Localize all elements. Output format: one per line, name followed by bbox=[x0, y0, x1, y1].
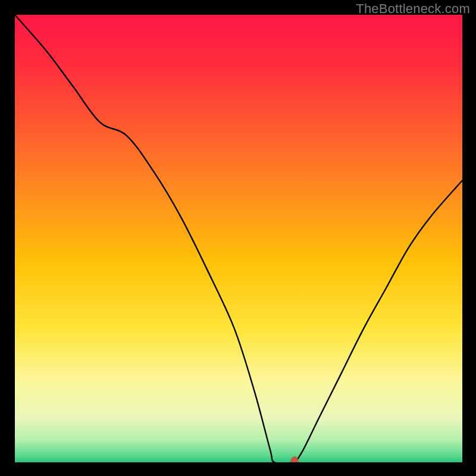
chart-frame: TheBottleneck.com bbox=[0, 0, 476, 476]
plot-background bbox=[15, 15, 462, 462]
chart-svg bbox=[15, 15, 462, 462]
plot-area bbox=[15, 15, 462, 462]
